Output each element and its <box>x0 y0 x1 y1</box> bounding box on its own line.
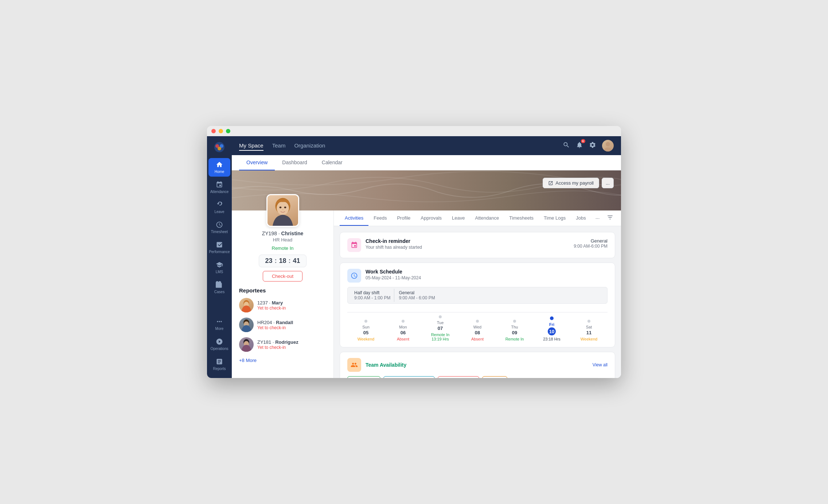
reportee-avatar <box>239 298 254 312</box>
shift-halfday: Half day shift 9:00 AM - 1:00 PM <box>351 289 394 302</box>
sidebar-cases-label: Cases <box>214 290 224 294</box>
schedule-icon <box>347 269 361 283</box>
checkout-button[interactable]: Check-out <box>263 271 302 281</box>
user-avatar-topnav[interactable] <box>602 140 614 151</box>
svg-point-4 <box>606 142 610 146</box>
day-name-wed: Wed <box>473 325 481 329</box>
avail-badge-yetcheckin[interactable]: Yet to check-in 4 <box>438 376 479 378</box>
sidebar-reports-label: Reports <box>213 367 226 371</box>
subtab-calendar[interactable]: Calendar <box>315 155 350 170</box>
payroll-button-label: Access my payroll <box>555 180 594 186</box>
app-logo[interactable] <box>213 141 226 154</box>
svg-point-9 <box>279 206 281 208</box>
week-timeline: Sun 05 Weekend Mon 06 <box>347 310 608 341</box>
work-schedule-card: Work Schedule 05-May-2024 - 11-May-2024 … <box>340 263 615 347</box>
tab-jobs[interactable]: Jobs <box>571 211 591 226</box>
day-num-sun: 05 <box>363 330 368 335</box>
profile-name: Christine <box>281 231 304 236</box>
day-num-sat: 11 <box>586 330 591 335</box>
sidebar-item-home[interactable]: Home <box>208 158 230 177</box>
sidebar-item-attendance[interactable]: Attendance <box>208 178 230 197</box>
shift-halfday-time: 9:00 AM - 1:00 PM <box>354 295 390 300</box>
topnav-team[interactable]: Team <box>272 141 286 151</box>
sidebar-item-cases[interactable]: Cases <box>208 278 230 297</box>
minimize-button[interactable] <box>219 129 223 133</box>
sidebar-performance-label: Performance <box>209 250 230 254</box>
settings-icon-btn[interactable] <box>589 141 596 150</box>
day-status-tue: Remote In13:19 Hrs <box>431 332 450 341</box>
svg-point-8 <box>277 201 289 215</box>
profile-card: ZY198 · Christine HR Head Remote In 23 :… <box>232 210 334 378</box>
availability-view-all[interactable]: View all <box>593 362 608 367</box>
avail-badge-leave[interactable]: Leave 1 <box>482 376 507 378</box>
day-status-mon: Absent <box>397 337 409 341</box>
svg-point-5 <box>604 147 612 151</box>
shift-time: 9:00 AM-6:00 PM <box>574 244 608 249</box>
reportees-title: Reportees <box>239 287 326 294</box>
subtab-dashboard[interactable]: Dashboard <box>275 155 315 170</box>
subtabs: Overview Dashboard Calendar <box>232 155 621 170</box>
day-col-sun: Sun 05 Weekend <box>347 320 384 341</box>
checkin-card: Check-in reminder Your shift has already… <box>340 232 615 258</box>
day-name-sun: Sun <box>362 325 370 329</box>
day-dot-mon <box>402 320 405 323</box>
sidebar-item-lms[interactable]: LMS <box>208 258 230 277</box>
topnav-organization[interactable]: Organization <box>294 141 325 151</box>
reportee-id: HR204 · Randall <box>257 320 293 325</box>
day-status-sun: Weekend <box>358 337 374 341</box>
maximize-button[interactable] <box>226 129 230 133</box>
shift-name: General <box>574 238 608 244</box>
sidebar-item-operations[interactable]: Operations <box>208 335 230 354</box>
reportee-status: Yet to check-in <box>257 306 286 311</box>
checkin-shift-info: General 9:00 AM-6:00 PM <box>574 238 608 249</box>
availability-header: Team Availability View all <box>347 358 608 372</box>
reportee-info: HR204 · Randall Yet to check-in <box>257 320 293 330</box>
tab-more-icon[interactable]: ··· <box>593 212 603 225</box>
schedule-shifts: Half day shift 9:00 AM - 1:00 PM General… <box>347 287 608 304</box>
sidebar-item-timesheet[interactable]: Timesheet <box>208 218 230 237</box>
reportee-info: 1237 · Mary Yet to check-in <box>257 300 286 311</box>
tab-leave[interactable]: Leave <box>447 211 470 226</box>
reportees-more-link[interactable]: +8 More <box>239 358 257 363</box>
tab-attendance[interactable]: Attendance <box>470 211 504 226</box>
sidebar-item-leave[interactable]: Leave <box>208 198 230 217</box>
topnav-right: 6 <box>563 140 614 151</box>
avail-badge-remote[interactable]: Remote In 1 <box>347 376 380 378</box>
payroll-button[interactable]: Access my payroll <box>543 178 599 188</box>
timer-minutes: 18 <box>279 257 286 265</box>
timer-seconds: 41 <box>293 257 300 265</box>
timer-display: 23 : 18 : 41 <box>259 255 306 267</box>
tab-profile[interactable]: Profile <box>392 211 415 226</box>
tab-timesheets[interactable]: Timesheets <box>504 211 539 226</box>
reportee-avatar <box>239 318 254 332</box>
day-status-sat: Weekend <box>581 337 597 341</box>
day-num-fri: 10 <box>548 327 556 335</box>
subtab-overview[interactable]: Overview <box>239 155 275 170</box>
schedule-title: Work Schedule <box>366 269 608 275</box>
sidebar-item-performance[interactable]: Performance <box>208 238 230 257</box>
tab-approvals[interactable]: Approvals <box>415 211 447 226</box>
day-num-mon: 06 <box>401 330 406 335</box>
tab-timelogs[interactable]: Time Logs <box>539 211 571 226</box>
day-col-tue: Tue 07 Remote In13:19 Hrs <box>422 315 459 341</box>
banner-more-button[interactable]: ... <box>602 178 614 188</box>
avail-badge-present[interactable]: Present (by default) 1 <box>383 376 435 378</box>
search-icon-btn[interactable] <box>563 141 570 150</box>
svg-point-10 <box>284 206 286 208</box>
list-item: ZY181 · Rodriguez Yet to check-in <box>239 337 326 352</box>
schedule-dates: 05-May-2024 - 11-May-2024 <box>366 275 608 280</box>
sidebar-item-more[interactable]: More <box>208 315 230 334</box>
tab-feeds[interactable]: Feeds <box>368 211 392 226</box>
day-num-wed: 08 <box>475 330 480 335</box>
topnav-myspace[interactable]: My Space <box>239 141 263 151</box>
day-col-mon: Mon 06 Absent <box>384 320 422 341</box>
sidebar: Home Attendance Leave Timesheet Performa… <box>207 136 232 378</box>
remote-status-badge: Remote In <box>272 245 294 251</box>
filter-icon[interactable] <box>602 210 618 226</box>
close-button[interactable] <box>211 129 216 133</box>
sidebar-item-reports[interactable]: Reports <box>208 355 230 374</box>
svg-point-3 <box>218 147 221 150</box>
day-col-wed: Wed 08 Absent <box>459 320 496 341</box>
tab-activities[interactable]: Activities <box>340 211 368 226</box>
notifications-icon-btn[interactable]: 6 <box>576 141 583 150</box>
